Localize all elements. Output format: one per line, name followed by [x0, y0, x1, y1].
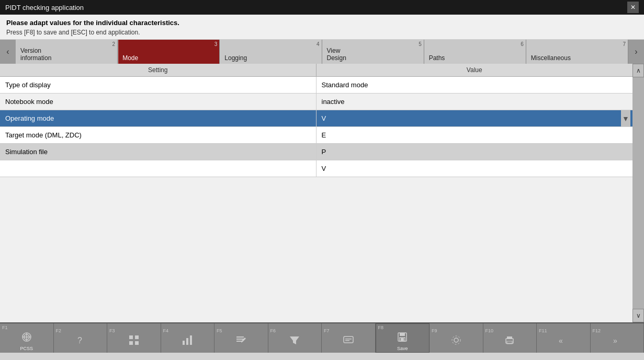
scroll-down-btn[interactable]: ∨ — [632, 309, 644, 322]
col-header-setting: Setting — [0, 64, 317, 76]
main-instruction: Please adapt values for the individual c… — [6, 19, 638, 27]
title-bar: PIDT checking application ✕ — [0, 0, 644, 15]
cell-setting-3: Target mode (DML, ZDC) — [0, 127, 317, 143]
table-row[interactable]: Type of displayStandard mode — [0, 77, 632, 94]
toolbar-btn-f8[interactable]: F8Save — [376, 323, 430, 353]
table-row[interactable]: Target mode (DML, ZDC)E — [0, 127, 632, 144]
toolbar-btn-label: PCSS — [20, 346, 33, 351]
tab-nav-right[interactable]: › — [628, 40, 644, 64]
fn-key-label: F4 — [163, 328, 169, 333]
svg-rect-10 — [186, 338, 188, 345]
settings2-icon — [450, 334, 462, 348]
cell-value-0: Standard mode — [317, 77, 633, 93]
svg-rect-7 — [129, 341, 133, 345]
svg-rect-17 — [344, 336, 353, 343]
tab-bar: ‹ 2Versioninformation3Mode4Logging5ViewD… — [0, 40, 644, 64]
toolbar-btn-f2[interactable]: F2? — [54, 323, 108, 353]
fn-key-label: F7 — [324, 328, 330, 333]
toolbar-btn-f7[interactable]: F7 — [322, 323, 376, 353]
dropdown-arrow-icon[interactable]: ▼ — [621, 110, 630, 126]
fn-key-label: F9 — [432, 328, 437, 333]
toolbar-btn-f4[interactable]: F4 — [161, 323, 215, 353]
cell-value-5: V — [317, 160, 633, 177]
cell-value-2[interactable]: V▼ — [317, 110, 633, 126]
svg-rect-27 — [507, 336, 512, 339]
question-icon: ? — [74, 334, 86, 348]
fn-key-label: F5 — [217, 328, 222, 333]
cell-setting-2: Operating mode — [0, 110, 317, 126]
next-icon: » — [611, 334, 623, 348]
svg-rect-9 — [183, 341, 185, 345]
svg-rect-14 — [236, 341, 242, 342]
tab-miscellaneous[interactable]: 7Miscellaneous — [526, 40, 628, 64]
cell-value-1: inactive — [317, 94, 633, 110]
tab-mode[interactable]: 3Mode — [118, 40, 220, 64]
tab-view-design[interactable]: 5ViewDesign — [322, 40, 424, 64]
table-row[interactable]: Operating modeV▼ — [0, 110, 632, 127]
svg-rect-21 — [400, 333, 405, 336]
toolbar-btn-f10[interactable]: F10 — [483, 323, 537, 353]
chart-icon — [182, 334, 193, 348]
svg-text:?: ? — [77, 336, 82, 345]
app-title: PIDT checking application — [5, 4, 84, 11]
cell-value-4: P — [317, 144, 633, 160]
svg-text:»: » — [613, 336, 617, 345]
header-section: Please adapt values for the individual c… — [0, 15, 644, 40]
right-scroll: ∧ ∨ — [632, 64, 644, 322]
svg-rect-5 — [129, 335, 133, 339]
svg-marker-16 — [290, 336, 299, 344]
toolbar-btn-f9[interactable]: F9 — [430, 323, 483, 353]
fn-key-label: F1 — [2, 325, 8, 330]
svg-point-25 — [452, 336, 460, 344]
cell-setting-0: Type of display — [0, 77, 317, 93]
fn-key-label: F11 — [539, 328, 547, 333]
table-body: Type of displayStandard modeNotebook mod… — [0, 77, 632, 177]
table-area: Setting Value Type of displayStandard mo… — [0, 64, 632, 322]
table-row[interactable]: V — [0, 160, 632, 177]
fn-key-label: F2 — [56, 328, 62, 333]
edit-icon — [235, 334, 247, 348]
tab-nav-left[interactable]: ‹ — [0, 40, 16, 64]
svg-rect-12 — [236, 336, 244, 338]
toolbar-btn-f11[interactable]: F11« — [537, 323, 591, 353]
toolbar-btn-f5[interactable]: F5 — [214, 323, 268, 353]
fn-key-label: F3 — [109, 328, 115, 333]
filter-icon — [289, 334, 300, 348]
tab-logging[interactable]: 4Logging — [220, 40, 322, 64]
toolbar-btn-f1[interactable]: F1PCSS — [0, 323, 54, 353]
print-icon — [504, 334, 515, 348]
bottom-toolbar: F1PCSSF2?F3F4F5F6F7F8SaveF9F10F11«F12» — [0, 322, 644, 353]
table-header: Setting Value — [0, 64, 632, 77]
save-icon — [397, 331, 408, 345]
toolbar-btn-f12[interactable]: F12» — [591, 323, 645, 353]
scroll-up-btn[interactable]: ∧ — [632, 64, 644, 77]
cell-setting-5 — [0, 160, 317, 177]
toolbar-btn-f3[interactable]: F3 — [107, 323, 161, 353]
fn-key-label: F6 — [270, 328, 276, 333]
fn-key-label: F12 — [593, 328, 601, 333]
cell-setting-1: Notebook mode — [0, 94, 317, 110]
pcss-icon — [21, 331, 32, 345]
toolbar-btn-label: Save — [397, 346, 408, 351]
svg-point-24 — [454, 338, 458, 342]
svg-text:«: « — [559, 336, 563, 345]
svg-rect-23 — [401, 338, 404, 341]
msg-icon — [343, 334, 354, 348]
fn-key-label: F8 — [378, 325, 384, 330]
col-header-value: Value — [317, 64, 633, 76]
close-button[interactable]: ✕ — [627, 2, 639, 13]
svg-rect-18 — [345, 339, 352, 340]
toolbar-btn-f6[interactable]: F6 — [268, 323, 322, 353]
svg-rect-13 — [236, 339, 244, 340]
svg-marker-15 — [241, 338, 246, 343]
cell-setting-4: Simulation file — [0, 144, 317, 160]
fn-key-label: F10 — [485, 328, 494, 333]
table-row[interactable]: Simulation fileP — [0, 144, 632, 160]
tab-version-information[interactable]: 2Versioninformation — [16, 40, 118, 64]
table-row[interactable]: Notebook modeinactive — [0, 94, 632, 110]
grid-icon — [128, 334, 140, 348]
sub-instruction: Press [F8] to save and [ESC] to end appl… — [6, 29, 638, 36]
svg-rect-6 — [135, 335, 139, 339]
tab-paths[interactable]: 6Paths — [424, 40, 526, 64]
cell-value-3: E — [317, 127, 633, 143]
